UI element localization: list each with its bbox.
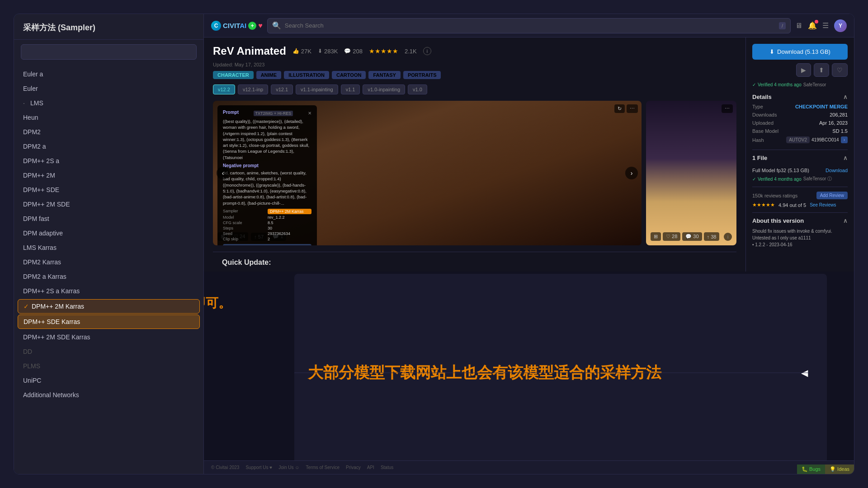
monitor-icon[interactable]: 🖥	[795, 22, 802, 30]
sampler-dd[interactable]: DD	[14, 344, 203, 359]
second-expand-btn[interactable]: ⊞	[651, 232, 661, 241]
ideas-tag[interactable]: 💡 Ideas	[825, 465, 854, 474]
updated-date: Updated: May 17, 2023	[213, 62, 736, 67]
tag-anime[interactable]: ANIME	[256, 71, 281, 79]
civitai-logo[interactable]: C CIVITAI + ♥	[211, 21, 263, 31]
reviews-header: 150k reviews ratings Add Review	[752, 192, 848, 199]
sampler-dpmsdekarras[interactable]: DPM++ SDE Karras	[18, 314, 200, 329]
version-v122[interactable]: v12.2	[213, 84, 235, 94]
version-v10inp[interactable]: v1.0-inpainting	[363, 84, 405, 94]
bookmark-button[interactable]: ♡	[832, 63, 848, 77]
add-review-btn[interactable]: Add Review	[816, 192, 848, 199]
sampler-dpm2karras[interactable]: DPM2 Karras	[14, 255, 203, 269]
copy-hash-btn[interactable]: ›	[841, 136, 848, 143]
sampler-dpm2sa[interactable]: DPM++ 2S a	[14, 154, 203, 168]
image-refresh-btn[interactable]: ↻	[614, 104, 625, 113]
play-button[interactable]: ▶	[796, 63, 811, 77]
sampler-euler[interactable]: Euler	[14, 81, 203, 96]
share-button[interactable]: ⬆	[814, 63, 829, 77]
negative-prompt-label: Negative prompt	[223, 163, 311, 168]
logo-heart-icon[interactable]: ♥	[258, 22, 263, 30]
sampler-heun[interactable]: Heun	[14, 110, 203, 125]
tag-cartoon[interactable]: CARTOON	[332, 71, 366, 79]
second-share-btn[interactable]: ↑ 38	[704, 232, 720, 241]
image-more-btn[interactable]: ⋯	[627, 104, 638, 113]
quick-update-title: Quick Update:	[222, 258, 727, 267]
version-v121inp[interactable]: v12.1-inp	[238, 84, 268, 94]
footer-tos[interactable]: Terms of Service	[306, 465, 340, 470]
file-download-btn[interactable]: Download	[826, 168, 848, 173]
footer-support[interactable]: Support Us ♥	[245, 465, 272, 470]
sampler-dpmfast[interactable]: DPM fast	[14, 211, 203, 226]
files-title: 1 File	[752, 155, 767, 161]
bugs-tag[interactable]: 🐛 Bugs	[797, 465, 825, 474]
sampler-dpm2a[interactable]: DPM2 a	[14, 139, 203, 154]
second-comment-btn[interactable]: 💬 30	[682, 232, 702, 241]
about-title: About this version	[752, 217, 804, 224]
sampler-euler-a[interactable]: Euler a	[14, 67, 203, 81]
menu-icon[interactable]: ☰	[822, 21, 829, 30]
logo-circle-icon: C	[211, 21, 221, 31]
footer-privacy[interactable]: Privacy	[346, 465, 361, 470]
tag-portraits[interactable]: PORTRAITS	[403, 71, 441, 79]
notification-bell[interactable]: 🔔	[808, 21, 817, 30]
tag-illustration[interactable]: ILLUSTRATION	[284, 71, 329, 79]
sampler-dpm2msdekarras[interactable]: DPM++ 2M SDE Karras	[14, 330, 203, 344]
civitai-topbar: C CIVITAI + ♥ 🔍 / 🖥 🔔 ☰ Y	[204, 14, 854, 38]
copy-generation-btn[interactable]: ⎘ Copy Generation Data	[223, 244, 311, 245]
search-input[interactable]	[285, 22, 775, 29]
logo-plus-icon[interactable]: +	[248, 22, 256, 30]
base-model-row: Base Model SD 1.5	[752, 128, 848, 134]
file-section: 1 File ∧ Full Model fp32 (5.13 GB) Downl…	[752, 155, 848, 182]
tag-character[interactable]: CHARACTER	[213, 71, 254, 79]
sampler-dpp2sakarras[interactable]: DPM++ 2S a Karras	[14, 284, 203, 298]
sampler-lmskarras[interactable]: LMS Karras	[14, 240, 203, 255]
about-section: About this version ∧ Should fix issues w…	[752, 217, 848, 248]
second-like-btn[interactable]: ♡ 28	[663, 232, 680, 241]
sampler-search[interactable]	[21, 44, 197, 60]
sampler-lms[interactable]: ·LMS	[14, 96, 203, 110]
sampler-dpmadaptive[interactable]: DPM adaptive	[14, 226, 203, 240]
bottom-right-tags: 🐛 Bugs 💡 Ideas	[797, 465, 854, 474]
sampler-dpm2akarras[interactable]: DPM2 a Karras	[14, 269, 203, 284]
hash-value: 4199BCO014	[811, 137, 839, 142]
prompt-close-icon[interactable]: ✕	[308, 111, 311, 116]
cfg-value: 8.5	[268, 221, 311, 225]
version-v10[interactable]: v1.0	[408, 84, 427, 94]
seed-label: Seed	[223, 231, 267, 236]
download-button[interactable]: ⬇ Download (5.13 GB)	[752, 44, 848, 60]
footer-join[interactable]: Join Us ☺	[278, 465, 299, 470]
sampler-dpm2[interactable]: DPM2	[14, 125, 203, 139]
version-v11inp[interactable]: v1.1-inpainting	[296, 84, 338, 94]
search-bar[interactable]: 🔍 /	[267, 18, 791, 33]
sampler-plms[interactable]: PLMS	[14, 359, 203, 373]
download-label: Download (5.13 GB)	[777, 48, 830, 55]
quick-update: Quick Update: I've been a bit burnt out …	[213, 252, 736, 272]
image-next-btn[interactable]: ›	[625, 167, 638, 179]
comments-count: 208	[353, 48, 363, 55]
user-avatar[interactable]: Y	[834, 19, 847, 32]
version-v11[interactable]: v1.1	[341, 84, 360, 94]
footer-api[interactable]: API	[367, 465, 374, 470]
sampler-dpm2msde[interactable]: DPM++ 2M SDE	[14, 197, 203, 211]
info-icon[interactable]: i	[423, 47, 431, 55]
downloads-value: 206,281	[830, 112, 848, 117]
version-v121[interactable]: v12.1	[271, 84, 293, 94]
files-chevron-icon[interactable]: ∧	[843, 155, 848, 161]
tag-fantasy[interactable]: FANTASY	[368, 71, 401, 79]
sampler-additional-networks[interactable]: Additional Networks	[14, 388, 203, 402]
image-prev-btn[interactable]: ‹	[217, 167, 229, 179]
sampler-unipc[interactable]: UniPC	[14, 373, 203, 388]
about-chevron-icon[interactable]: ∧	[843, 217, 848, 224]
second-image-more[interactable]: ⋯	[722, 104, 733, 113]
second-image-info[interactable]: i	[724, 233, 732, 241]
sampler-dpmsde[interactable]: DPM++ SDE	[14, 183, 203, 197]
details-header: Details ∧	[752, 94, 848, 100]
verified-row: ✓ Verified 4 months ago SafeTensor	[752, 82, 848, 87]
see-reviews-link[interactable]: See Reviews	[810, 202, 836, 207]
sampler-dpm2m[interactable]: DPM++ 2M	[14, 168, 203, 183]
sampler-dpm2mkarras[interactable]: ✓ DPM++ 2M Karras	[18, 299, 200, 314]
details-chevron-icon[interactable]: ∧	[843, 94, 848, 100]
footer-status[interactable]: Status	[381, 465, 393, 470]
clip-label: Clip skip	[223, 237, 267, 241]
